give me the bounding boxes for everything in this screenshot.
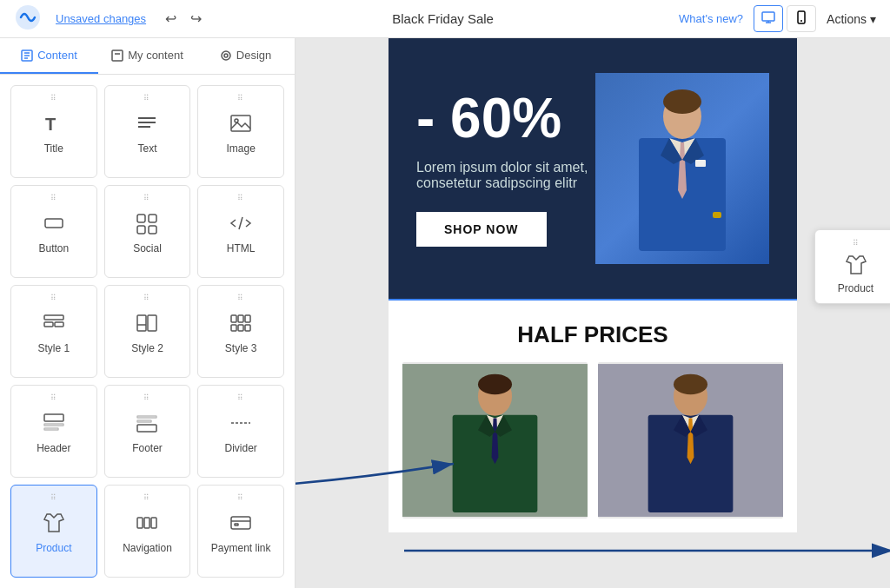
mobile-view-button[interactable] <box>787 5 816 32</box>
svg-rect-48 <box>231 517 250 529</box>
svg-rect-50 <box>235 524 238 525</box>
svg-rect-33 <box>238 315 243 322</box>
svg-point-13 <box>224 54 228 57</box>
svg-rect-18 <box>231 116 250 131</box>
svg-rect-22 <box>149 215 156 222</box>
svg-rect-42 <box>137 416 156 418</box>
svg-rect-36 <box>238 325 243 331</box>
svg-rect-26 <box>44 315 63 320</box>
product-grid <box>402 362 783 519</box>
half-prices-title: HALF PRICES <box>402 321 783 348</box>
svg-point-71 <box>674 374 707 394</box>
product-card-1[interactable] <box>402 362 588 519</box>
hero-section[interactable]: - 60% Lorem ipsum dolor sit amet, conset… <box>389 38 797 299</box>
desktop-view-button[interactable] <box>754 5 783 32</box>
actions-menu-button[interactable]: Actions ▾ <box>827 12 876 26</box>
svg-rect-34 <box>245 315 250 322</box>
component-style3[interactable]: ⠿ Style 3 <box>197 285 284 378</box>
hero-body-text: Lorem ipsum dolor sit amet, consetetur s… <box>416 160 595 191</box>
tab-content[interactable]: Content <box>0 38 98 74</box>
logo <box>14 3 42 35</box>
canvas-inner: - 60% Lorem ipsum dolor sit amet, conset… <box>296 38 890 588</box>
half-prices-section: HALF PRICES <box>389 301 797 532</box>
component-navigation[interactable]: ⠿ Navigation <box>104 485 191 578</box>
svg-rect-27 <box>44 322 53 327</box>
drop-line <box>389 299 797 301</box>
svg-rect-32 <box>231 315 236 322</box>
svg-rect-41 <box>137 425 156 432</box>
svg-rect-1 <box>762 12 774 21</box>
sidebar-tabs: Content My content Design <box>0 38 295 75</box>
hero-cta-button[interactable]: SHOP NOW <box>416 212 547 247</box>
component-html[interactable]: ⠿ HTML <box>197 185 284 278</box>
hero-image <box>595 73 769 264</box>
svg-rect-4 <box>798 11 805 23</box>
undo-button[interactable]: ↩ <box>160 7 182 30</box>
product-card-2[interactable] <box>598 362 783 519</box>
svg-rect-24 <box>149 226 156 234</box>
redo-button[interactable]: ↪ <box>185 7 207 30</box>
chevron-down-icon: ▾ <box>870 12 876 26</box>
svg-rect-47 <box>151 518 156 528</box>
svg-rect-23 <box>137 226 145 234</box>
component-style1[interactable]: ⠿ Style 1 <box>10 285 97 378</box>
hero-discount: - 60% <box>416 90 595 146</box>
svg-rect-10 <box>112 50 123 61</box>
tab-design[interactable]: Design <box>196 38 295 74</box>
svg-text:T: T <box>45 115 56 134</box>
svg-rect-37 <box>245 325 250 331</box>
component-button[interactable]: ⠿ Button <box>10 185 97 278</box>
svg-rect-30 <box>148 315 156 331</box>
components-grid: ⠿ T Title ⠿ Text ⠿ Image <box>0 75 295 588</box>
component-product[interactable]: ⠿ Product <box>10 485 97 578</box>
svg-rect-21 <box>137 215 145 222</box>
component-footer[interactable]: ⠿ Footer <box>104 385 191 478</box>
unsaved-changes-link[interactable]: Unsaved changes <box>56 12 146 25</box>
svg-rect-58 <box>695 160 706 167</box>
component-divider[interactable]: ⠿ Divider <box>197 385 284 478</box>
topbar-right: What's new? Actions ▾ <box>679 5 876 32</box>
component-social[interactable]: ⠿ Social <box>104 185 191 278</box>
svg-rect-40 <box>44 428 58 430</box>
tab-my-content[interactable]: My content <box>98 38 196 74</box>
canvas-area: - 60% Lorem ipsum dolor sit amet, conset… <box>296 38 890 588</box>
component-header[interactable]: ⠿ Header <box>10 385 97 478</box>
topbar: Unsaved changes ↩ ↪ Black Friday Sale Wh… <box>0 0 890 38</box>
svg-point-12 <box>222 51 230 60</box>
component-text[interactable]: ⠿ Text <box>104 85 191 178</box>
svg-point-63 <box>478 374 512 394</box>
svg-rect-20 <box>45 219 63 228</box>
component-payment-link[interactable]: ⠿ Payment link <box>197 485 284 578</box>
component-image[interactable]: ⠿ Image <box>197 85 284 178</box>
main-layout: Content My content Design ⠿ T Title <box>0 38 890 588</box>
svg-rect-38 <box>44 414 63 421</box>
svg-rect-29 <box>137 315 146 331</box>
svg-rect-59 <box>713 212 721 218</box>
sidebar: Content My content Design ⠿ T Title <box>0 38 296 588</box>
document-title: Black Friday Sale <box>221 11 665 26</box>
svg-rect-43 <box>137 420 151 422</box>
view-toggle <box>754 5 816 32</box>
component-style2[interactable]: ⠿ Style 2 <box>104 285 191 378</box>
svg-rect-46 <box>144 518 149 528</box>
svg-rect-28 <box>55 322 63 327</box>
component-title[interactable]: ⠿ T Title <box>10 85 97 178</box>
drop-indicator-label: Product <box>838 282 873 294</box>
email-preview: - 60% Lorem ipsum dolor sit amet, conset… <box>389 38 797 532</box>
drop-indicator: ⠿ Product <box>814 229 890 304</box>
whats-new-link[interactable]: What's new? <box>679 12 743 25</box>
svg-rect-39 <box>44 424 63 426</box>
svg-rect-45 <box>137 518 143 528</box>
svg-point-55 <box>663 89 701 114</box>
svg-rect-35 <box>231 325 236 331</box>
hero-left: - 60% Lorem ipsum dolor sit amet, conset… <box>416 90 595 247</box>
history-controls: ↩ ↪ <box>160 7 207 30</box>
svg-line-25 <box>239 217 242 229</box>
